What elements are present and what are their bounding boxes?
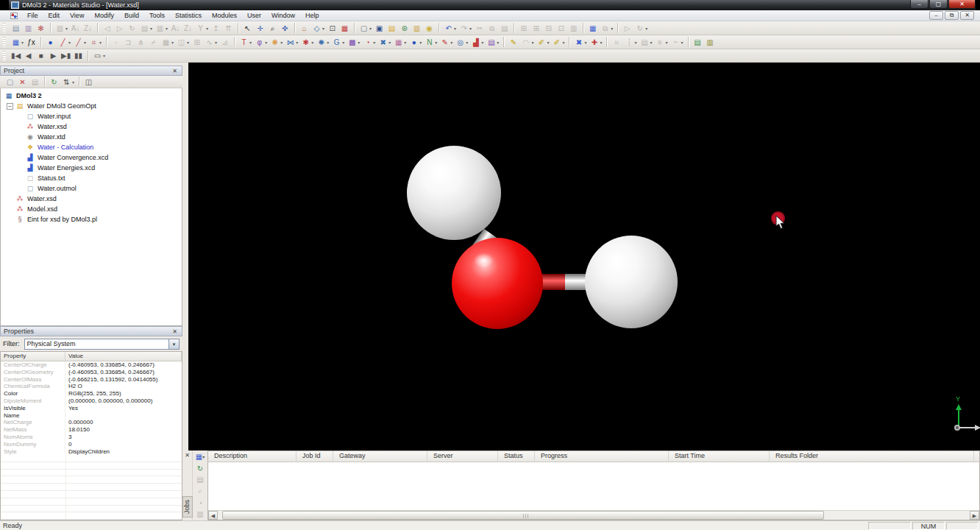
module-vamp-button[interactable]: N▾: [423, 36, 438, 49]
study-table-button[interactable]: ▥▾: [54, 22, 69, 35]
tree-item[interactable]: ❖Water - Calculation: [1, 142, 182, 152]
fullscreen-button[interactable]: ⊡: [326, 22, 338, 35]
tree-item[interactable]: ◉Water.xtd: [1, 132, 182, 142]
property-row[interactable]: ColorRGB(255, 255, 255): [1, 390, 182, 398]
undo-button[interactable]: ↶▾: [442, 22, 458, 35]
scroll-left-icon[interactable]: ◀: [208, 511, 218, 520]
tree-item[interactable]: ▢Water.outmol: [1, 183, 182, 194]
toolbar-grip[interactable]: [3, 37, 6, 47]
go-last-frame-button[interactable]: ▶▮: [60, 49, 72, 62]
menu-edit[interactable]: Edit: [43, 10, 65, 21]
open-folder-button[interactable]: ▤: [386, 22, 398, 35]
go-back-button[interactable]: ◁: [101, 22, 113, 35]
oxygen-atom[interactable]: [452, 238, 543, 329]
project-close-icon[interactable]: ✕: [171, 67, 179, 75]
report-button[interactable]: ▥: [22, 22, 35, 35]
promote-button[interactable]: ↥: [210, 22, 222, 35]
menu-tools[interactable]: Tools: [144, 10, 170, 21]
tree-expander-icon[interactable]: −: [7, 103, 13, 110]
loop-mode-button[interactable]: ▭▾: [91, 49, 107, 62]
copy-button[interactable]: ⧉: [486, 22, 498, 35]
tree-item[interactable]: ⁂Model.xsd: [1, 204, 182, 214]
grid-2-button[interactable]: ⊞: [530, 22, 542, 35]
module-amorphous-button[interactable]: T▾: [238, 36, 253, 49]
tree-item[interactable]: ▦DMol3 2: [1, 91, 182, 101]
jobs-column-results-folder[interactable]: Results Folder: [770, 451, 974, 462]
next-frame-button[interactable]: ▶: [47, 49, 60, 62]
go-forward-button[interactable]: ▷: [113, 22, 126, 35]
module-discover-button[interactable]: ⋈▾: [284, 36, 299, 49]
sketch-bond-button[interactable]: ╱▾: [57, 36, 72, 49]
open-project-item-button[interactable]: ▤: [29, 76, 41, 88]
module-conformers-button[interactable]: ❋▾: [269, 36, 284, 49]
annotate-button[interactable]: ✚▾: [588, 36, 603, 49]
tree-item[interactable]: ▟Water Energies.xcd: [1, 163, 182, 173]
jobs-column-progress[interactable]: Progress: [535, 451, 669, 462]
edit-1-button[interactable]: ▫: [110, 36, 122, 49]
new-document-button[interactable]: ▢▾: [358, 22, 373, 35]
sort-z-button[interactable]: Z↓: [182, 22, 194, 35]
edit-5-button[interactable]: ▦▾: [160, 36, 175, 49]
grid-1-button[interactable]: ⊞: [517, 22, 530, 35]
edit-6-button[interactable]: ◫▾: [175, 36, 191, 49]
jobs-column-description[interactable]: Description: [208, 451, 297, 462]
export-button[interactable]: ▥: [411, 22, 423, 35]
eraser-button[interactable]: ✐▾: [535, 36, 550, 49]
stop-button[interactable]: ■: [35, 49, 47, 62]
tree-item[interactable]: −▤Water DMol3 GeomOpt: [1, 101, 182, 111]
filter-combobox[interactable]: Physical System ▾: [24, 339, 180, 350]
measure-button[interactable]: ✖▾: [572, 36, 588, 49]
view-home-button[interactable]: ⌂: [298, 22, 310, 35]
hydrogen-atom-2[interactable]: [585, 236, 678, 328]
refresh-project-button[interactable]: ↻: [48, 76, 60, 88]
module-gulp-button[interactable]: G▾: [330, 36, 346, 49]
tree-item[interactable]: ▢Water.input: [1, 111, 182, 121]
jobs-column-gateway[interactable]: Gateway: [333, 451, 427, 462]
paste-button[interactable]: ▤: [498, 22, 511, 35]
edit-4-button[interactable]: ⌿: [147, 36, 160, 49]
module-qsar-button[interactable]: ✎▾: [438, 36, 454, 49]
column-header-value[interactable]: Value: [65, 352, 182, 361]
jobs-view-button[interactable]: ▦▾: [194, 451, 207, 462]
run-button[interactable]: ▷: [621, 22, 633, 35]
menu-modify[interactable]: Modify: [89, 10, 119, 21]
zoom-mode-button[interactable]: ⌕: [266, 22, 279, 35]
toolbar-grip[interactable]: [3, 51, 6, 61]
new-project-item-button[interactable]: ▢: [4, 76, 16, 88]
jobs-close-icon[interactable]: ✕: [183, 451, 191, 459]
scrollbar-track[interactable]: [218, 511, 970, 520]
doc-close-button[interactable]: ✕: [960, 11, 974, 20]
jobs-schedule-button[interactable]: ◔: [194, 498, 207, 509]
tree-item[interactable]: ⁂Water.xsd: [1, 121, 182, 132]
function-button[interactable]: ƒx: [25, 36, 38, 49]
menu-window[interactable]: Window: [266, 10, 300, 21]
sketch-chain-button[interactable]: ╱▾: [72, 36, 88, 49]
maximize-button[interactable]: ▢: [929, 0, 948, 9]
jobs-column-start-time[interactable]: Start Time: [669, 451, 770, 462]
menu-view[interactable]: View: [65, 10, 89, 21]
save-button[interactable]: ▣: [373, 22, 386, 35]
menu-file[interactable]: File: [22, 10, 43, 21]
property-row[interactable]: IsVisibleYes: [1, 405, 182, 412]
import-globe-button[interactable]: ⊛: [398, 22, 411, 35]
record-button[interactable]: ↻▾: [633, 22, 649, 35]
promote-all-button[interactable]: ⇈: [222, 22, 235, 35]
scroll-right-icon[interactable]: ▶: [970, 511, 979, 520]
module-onetep-button[interactable]: ◎▾: [454, 36, 469, 49]
column-header-property[interactable]: Property: [1, 352, 65, 361]
jobs-server-button[interactable]: ▤: [194, 474, 207, 485]
sketch-atom-button[interactable]: ●: [44, 36, 57, 49]
sketch-fragment-button[interactable]: ⌗▾: [88, 36, 103, 49]
module-reflex-button[interactable]: ✖▾: [377, 36, 392, 49]
3d-viewport[interactable]: Y X: [188, 63, 980, 451]
edit-9-button[interactable]: ⊿: [219, 36, 231, 49]
folder-save-button[interactable]: ▥: [704, 36, 717, 49]
sketch-arc-button[interactable]: ◠▾: [519, 36, 535, 49]
jobs-column-status[interactable]: Status: [498, 451, 535, 462]
module-mesocite-button[interactable]: ▩▾: [346, 36, 361, 49]
module-forcite-button[interactable]: ✺▾: [315, 36, 330, 49]
view-table-button[interactable]: ▤▾: [138, 22, 154, 35]
module-castep-button[interactable]: φ▾: [253, 36, 269, 49]
grid-4-button[interactable]: ⊡: [555, 22, 567, 35]
module-tools-button[interactable]: ▤▾: [485, 36, 500, 49]
